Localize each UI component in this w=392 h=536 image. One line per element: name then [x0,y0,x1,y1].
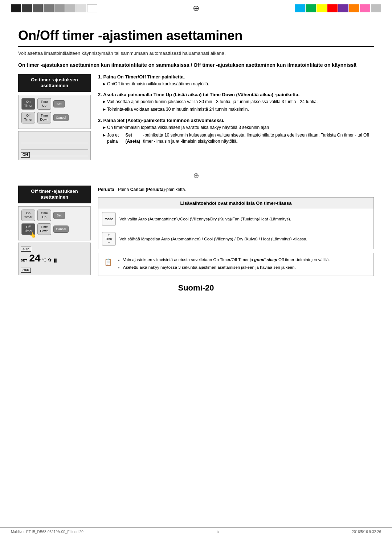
off-display-label: OFF [21,268,31,273]
minus-icon: − [107,240,110,245]
off-timer-button[interactable]: OffTimer [21,112,35,123]
page-number: Suomi-20 [18,283,374,293]
table-header: Lisävaihtoehdot ovat mahdollisia On time… [98,198,373,209]
peruuta-text: Paina Cancel (Peruuta)-painiketta. [118,187,186,192]
remote-row-bottom: OffTimer TimeDown Cancel [21,112,87,123]
table-row-temp: + Temp − Voit säätää lämpötilaa Auto (Au… [98,229,373,249]
note-box: 📋 Vain ajastuksen viimeisintä asetusta s… [98,253,374,276]
on-timer-instructions: 1. Paina On Timer/Off Timer-painiketta. … [98,74,374,160]
cancel-button[interactable]: Cancel [53,114,69,121]
step-3-bullet-2: Jos et paina Set (Aseta) -painiketta 10 … [103,132,374,145]
swatch-white [87,4,97,12]
step-1-bullet-1: On/Off timer-ilmaisin vilkkuu kaukosääti… [103,81,374,87]
swatch-light-gray [65,4,75,12]
off-set-button[interactable]: Set [53,212,65,219]
swatch-light-gray2 [54,4,65,12]
peruuta-row: Peruuta Paina Cancel (Peruuta)-painikett… [98,186,374,194]
step-2: 2. Aseta aika painamalla Time Up (Lisää … [98,92,374,113]
intro-text: Voit asettaa ilmastointilaitteen käynnis… [18,50,374,56]
swatches-right [295,4,381,12]
swatch-cyan [295,4,305,12]
off-timer-label: Off timer -ajastuksen asettaminen [18,186,91,204]
on-timer-remote: OnTimer TimeUp Set OffTimer TimeDown Can… [18,95,91,129]
time-down-button[interactable]: TimeDown [37,112,51,123]
swatch-black [11,4,21,12]
swatch-orange [349,4,359,12]
off-on-timer-button[interactable]: OnTimer [21,210,35,221]
swatch-very-light-gray [76,4,86,12]
swatch-pink [360,4,370,12]
auto-label: Auto [21,247,31,252]
step-3-bullet-1: On timer-ilmaisin lopettaa vilkkumisen j… [103,125,374,131]
signal-bars: ▐▌ [53,259,58,262]
lisavaihtoehdot-table: Lisävaihtoehdot ovat mahdollisia On time… [98,197,374,249]
step-3-title: 3. Paina Set (Aseta)-painiketta toiminno… [98,118,374,123]
swatch-dark-gray [22,4,32,12]
on-timer-display: ON [18,131,91,160]
footer: Maldives ET IB_DB68-06219A-00_FI.indd 20… [0,527,392,536]
swatch-purple [338,4,348,12]
section-heading: On timer -ajastuksen asettaminen kun ilm… [18,62,374,69]
swatches-left [11,4,97,12]
mode-icon-box: Mode [102,212,116,226]
on-timer-remote-box: On timer -ajustuksen asettaminen OnTimer… [18,74,91,160]
temp-unit: °C [42,258,46,262]
off-timer-info: Peruuta Paina Cancel (Peruuta)-painikett… [98,186,374,276]
temp-text: Voit säätää lämpötilaa Auto (Automaattin… [119,236,307,242]
huomautus-icon: 📋 [102,257,114,272]
set-button[interactable]: Set [53,100,65,107]
temp-display: 24 [29,253,41,263]
on-timer-section: On timer -ajustuksen asettaminen OnTimer… [18,74,374,160]
off-time-down-button[interactable]: TimeDown [37,223,51,235]
mode-text: Voit valita Auto (Automaattinen),/Cool (… [119,216,291,222]
swatch-gray [33,4,43,12]
off-timer-remote: OnTimer TimeUp Set OffTimer 👆 TimeDown C… [18,206,91,240]
plus-icon: + [107,233,110,237]
step-3: 3. Paina Set (Aseta)-painiketta toiminno… [98,118,374,144]
footer-center-mark: ⊕ [216,530,219,534]
step-1: 1. Paina On Timer/Off Timer-painiketta. … [98,74,374,87]
footer-left: Maldives ET IB_DB68-06219A-00_FI.indd 20 [11,530,83,534]
remote-row-top: OnTimer TimeUp Set [21,98,87,110]
on-timer-label: On timer -ajustuksen asettaminen [18,74,91,92]
fan-symbol: ✿ [48,257,52,263]
step-2-bullet-2: Toiminta-aika voidaan asettaa 30 minuuti… [103,106,374,113]
on-display-label: ON [21,152,30,158]
off-cancel-button[interactable]: Cancel [53,226,69,233]
step-1-title: 1. Paina On Timer/Off Timer-painiketta. [98,74,374,80]
off-remote-row-top: OnTimer TimeUp Set [21,210,87,221]
time-up-button[interactable]: TimeUp [37,98,51,110]
on-timer-button[interactable]: OnTimer [21,98,35,110]
note-text: Vain ajastuksen viimeisintä asetusta sov… [118,257,330,272]
swatch-green [306,4,316,12]
table-row-mode: Mode Voit valita Auto (Automaattinen),/C… [98,209,373,229]
off-timer-display: Auto SET 24 °C ✿ ▐▌ OFF [18,243,91,275]
mode-icon-label: Mode [105,217,113,221]
off-timer-remote-box: Off timer -ajastuksen asettaminen OnTime… [18,186,91,276]
off-timer-section: Off timer -ajastuksen asettaminen OnTime… [18,186,374,276]
swatch-red [327,4,338,12]
temp-icon-box: + Temp − [102,232,116,246]
step-2-title: 2. Aseta aika painamalla Time Up (Lisää … [98,92,374,97]
finger-press-icon: 👆 [30,232,36,238]
off-timer-btn-wrapper: OffTimer 👆 [21,223,35,235]
off-remote-row-bottom: OffTimer 👆 TimeDown Cancel [21,223,87,235]
peruuta-label: Peruuta [98,187,114,192]
swatch-medium-gray [44,4,54,12]
off-time-up-button[interactable]: TimeUp [37,210,51,221]
page-title: On/Off timer -ajastimen asettaminen [18,28,374,47]
swatch-yellow [317,4,327,12]
main-content: On/Off timer -ajastimen asettaminen Voit… [0,17,392,304]
set-label: SET [21,259,27,262]
target-icon: ⊕ [193,4,199,13]
step-2-bullet-1: Voit asettaa ajan puolen tunnin jaksoiss… [103,99,374,105]
top-bar: ⊕ [0,0,392,17]
swatch-silver [371,4,381,12]
footer-right: 2016/5/16 9:32:26 [352,530,381,534]
registration-mark-middle: ⊕ [18,171,374,180]
